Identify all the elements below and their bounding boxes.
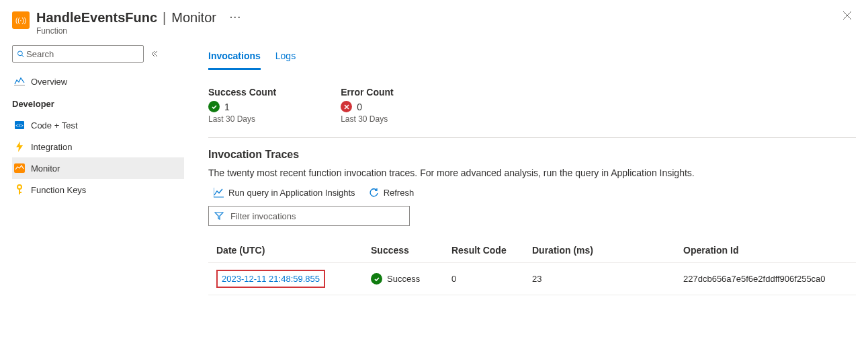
col-success[interactable]: Success — [371, 245, 451, 256]
invocation-traces-title: Invocation Traces — [208, 149, 856, 161]
sidebar-item-function-keys[interactable]: Function Keys — [12, 179, 184, 200]
collapse-sidebar-icon[interactable] — [150, 50, 159, 58]
svg-text:</>: </> — [15, 122, 24, 128]
error-count-label: Error Count — [341, 87, 394, 98]
close-button[interactable] — [838, 9, 856, 22]
svg-line-2 — [22, 55, 24, 57]
run-query-button[interactable]: Run query in Application Insights — [214, 188, 355, 198]
error-count-value: 0 — [357, 102, 362, 112]
code-icon: </> — [13, 119, 26, 131]
sidebar-item-code-test[interactable]: </> Code + Test — [12, 114, 184, 136]
col-duration[interactable]: Duration (ms) — [532, 245, 683, 256]
developer-section-header: Developer — [12, 92, 184, 114]
refresh-icon — [369, 188, 379, 198]
tab-invocations[interactable]: Invocations — [208, 45, 261, 70]
svg-point-7 — [17, 185, 21, 189]
sidebar-item-label: Integration — [31, 142, 72, 152]
svg-point-1 — [18, 50, 23, 55]
filter-input[interactable] — [229, 211, 404, 222]
monitor-icon — [13, 162, 26, 174]
col-date[interactable]: Date (UTC) — [216, 245, 371, 256]
row-duration: 23 — [532, 274, 683, 284]
tab-bar: Invocations Logs — [208, 45, 856, 70]
refresh-button[interactable]: Refresh — [369, 188, 415, 198]
refresh-label: Refresh — [384, 188, 415, 198]
sidebar-item-label: Code + Test — [31, 120, 78, 130]
sidebar-search[interactable] — [12, 45, 144, 63]
success-count-value: 1 — [224, 102, 230, 112]
table-header: Date (UTC) Success Result Code Duration … — [208, 238, 856, 263]
resource-type: Function — [36, 26, 838, 36]
success-count-label: Success Count — [208, 87, 276, 98]
error-period: Last 30 Days — [341, 114, 394, 124]
error-x-icon — [341, 101, 352, 112]
search-input[interactable] — [25, 48, 139, 60]
overview-icon — [13, 75, 26, 87]
lightning-icon — [13, 141, 26, 153]
sidebar-item-monitor[interactable]: Monitor — [12, 157, 184, 179]
success-check-icon — [208, 101, 220, 112]
chart-icon — [214, 188, 224, 198]
title-separator: | — [163, 9, 166, 26]
run-query-label: Run query in Application Insights — [228, 188, 355, 198]
success-period: Last 30 Days — [208, 114, 276, 124]
key-icon — [13, 184, 26, 196]
table-row: 2023-12-11 21:48:59.855 Success 0 23 227… — [208, 263, 856, 295]
more-actions-icon[interactable]: ··· — [230, 9, 242, 26]
tab-logs[interactable]: Logs — [275, 45, 296, 70]
sidebar-item-label: Function Keys — [31, 185, 86, 195]
success-count-stat: Success Count 1 Last 30 Days — [208, 87, 276, 124]
row-success-icon — [371, 273, 382, 285]
row-result-code: 0 — [451, 274, 532, 284]
invocations-table: Date (UTC) Success Result Code Duration … — [208, 238, 856, 295]
page-header: ((·)) HandleEventsFunc | Monitor ··· Fun… — [12, 9, 856, 36]
function-app-icon: ((·)) — [12, 11, 30, 29]
invocation-traces-description: The twenty most recent function invocati… — [208, 167, 856, 178]
function-name: HandleEventsFunc — [36, 9, 157, 26]
section-name: Monitor — [171, 9, 216, 26]
invocation-date-link[interactable]: 2023-12-11 21:48:59.855 — [216, 270, 325, 288]
row-success-text: Success — [387, 274, 420, 284]
filter-invocations[interactable] — [208, 206, 410, 226]
col-result-code[interactable]: Result Code — [451, 245, 532, 256]
sidebar-item-overview[interactable]: Overview — [12, 71, 184, 92]
sidebar: Overview Developer </> Code + Test Integ… — [12, 45, 184, 295]
search-icon — [17, 50, 25, 59]
filter-icon — [214, 211, 224, 221]
stats-row: Success Count 1 Last 30 Days Error Count — [208, 87, 856, 138]
main-content: Invocations Logs Success Count 1 Last 30… — [184, 45, 856, 295]
sidebar-item-integration[interactable]: Integration — [12, 136, 184, 157]
sidebar-item-label: Overview — [31, 77, 67, 87]
row-operation-id: 227dcb656a7e5f6e2fddff906f255ca0 — [683, 274, 848, 284]
error-count-stat: Error Count 0 Last 30 Days — [341, 87, 394, 124]
svg-text:((·)): ((·)) — [15, 17, 26, 24]
sidebar-item-label: Monitor — [31, 163, 60, 174]
col-operation-id[interactable]: Operation Id — [683, 245, 848, 256]
